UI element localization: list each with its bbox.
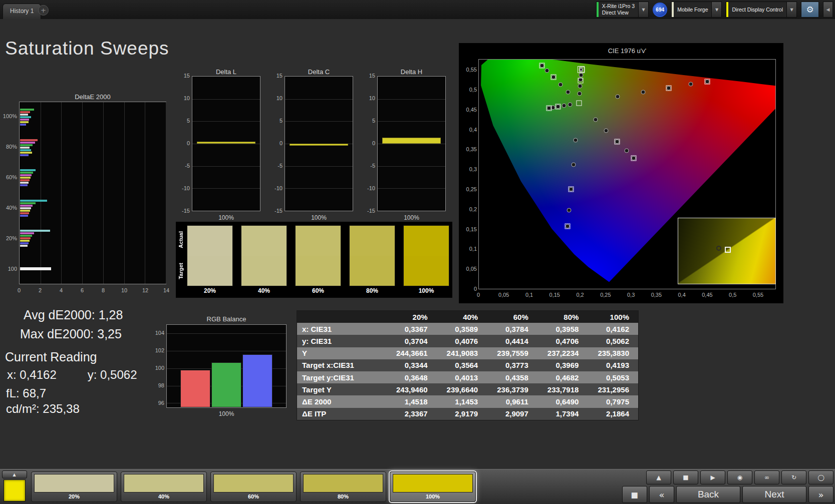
patch-label: 80% bbox=[303, 492, 383, 500]
y-tick-label: 100 bbox=[150, 365, 164, 371]
swatch-label: 40% bbox=[241, 286, 287, 296]
x-axis-label: 100% bbox=[192, 214, 260, 221]
patch-window-button[interactable]: ◼ bbox=[622, 486, 647, 503]
swatch-color bbox=[349, 225, 395, 286]
table-cell: 231,2956 bbox=[588, 385, 638, 394]
table-cell: 0,4193 bbox=[588, 361, 638, 369]
read-button[interactable]: ◉ bbox=[727, 470, 752, 484]
table-row: y: CIE310,37040,40760,44140,47060,5062 bbox=[297, 335, 638, 347]
table-cell: 0,4013 bbox=[437, 373, 487, 382]
y-tick-label: 100% bbox=[0, 113, 17, 119]
settings-button[interactable]: ⚙ bbox=[801, 2, 819, 18]
swatch-color bbox=[241, 225, 287, 286]
refresh-button[interactable]: ↻ bbox=[781, 470, 806, 484]
bar bbox=[20, 200, 47, 202]
loop-button[interactable]: ∞ bbox=[754, 470, 779, 484]
row-label: Target y:CIE31 bbox=[297, 373, 386, 382]
chevron-down-icon[interactable]: ▼ bbox=[786, 2, 796, 17]
patch-button[interactable]: 100% bbox=[390, 471, 476, 502]
column-header: 60% bbox=[487, 313, 537, 321]
table-cell: 0,4162 bbox=[588, 325, 638, 333]
table-row: Target Y243,9460239,6640236,3739233,7918… bbox=[297, 383, 638, 395]
patch-button[interactable]: 80% bbox=[300, 471, 386, 502]
delta-c-chart: Delta C 100% 151050-5-10-15 bbox=[269, 68, 356, 224]
gridline bbox=[378, 166, 445, 167]
play-button[interactable]: ▶ bbox=[700, 470, 725, 484]
y-tick-label: -15 bbox=[362, 208, 375, 214]
scroll-up-button[interactable]: ▲ bbox=[646, 470, 671, 484]
x-reading: x: 0,4162 bbox=[7, 368, 57, 381]
swatch-items: 20%40%60%80%100% bbox=[186, 222, 452, 298]
gridline bbox=[145, 102, 145, 284]
y-tick-label: -5 bbox=[269, 163, 283, 169]
table-header-row: 20%40%60%80%100% bbox=[297, 311, 638, 323]
column-header: 80% bbox=[537, 313, 588, 321]
bar bbox=[20, 245, 28, 247]
patch-button[interactable]: 60% bbox=[210, 471, 297, 502]
meter-selector[interactable]: X-Rite i1Pro 3 Direct View ▼ bbox=[596, 2, 649, 18]
table-cell: 235,3830 bbox=[588, 349, 638, 357]
display-control-selector[interactable]: Direct Display Control ▼ bbox=[726, 2, 797, 18]
row-label: Y bbox=[297, 349, 386, 357]
target-color bbox=[404, 256, 449, 286]
target-color bbox=[187, 256, 232, 286]
target-point bbox=[565, 223, 571, 229]
scroll-up-button[interactable]: ▲ bbox=[2, 470, 27, 478]
standby-button[interactable]: ◯ bbox=[808, 470, 833, 484]
collapse-panel-button[interactable]: ◀ bbox=[823, 2, 833, 18]
y-tick-label: 15 bbox=[362, 73, 375, 79]
add-tab-button[interactable]: + bbox=[38, 5, 49, 16]
history-tab[interactable]: History 1 bbox=[3, 4, 41, 19]
patch-button[interactable]: 20% bbox=[31, 471, 117, 502]
y-tick-label: 0,55 bbox=[460, 67, 477, 73]
chevron-left-icon: ◀ bbox=[826, 7, 830, 12]
next-skip-button[interactable]: » bbox=[808, 486, 833, 503]
chevron-down-icon[interactable]: ▼ bbox=[711, 2, 721, 17]
back-skip-button[interactable]: « bbox=[649, 486, 674, 503]
x-tick-label: 8 bbox=[98, 287, 108, 293]
measurement-point bbox=[559, 82, 563, 87]
swatch-compare-cell: 80% bbox=[349, 225, 395, 298]
bar bbox=[20, 169, 36, 171]
y-tick-label: 10 bbox=[269, 95, 283, 101]
y-tick-label: -15 bbox=[269, 208, 283, 214]
table-cell: 0,3704 bbox=[386, 337, 437, 345]
stop-button[interactable]: ■ bbox=[673, 470, 698, 484]
bar-group bbox=[20, 109, 165, 126]
target-point bbox=[631, 155, 636, 161]
y-tick-label: -10 bbox=[362, 185, 375, 191]
bar bbox=[20, 124, 26, 126]
y-tick-label: 96 bbox=[150, 400, 164, 406]
table-cell: 2,3367 bbox=[386, 409, 437, 418]
target-point bbox=[578, 78, 583, 83]
swatch-compare-cell: 20% bbox=[187, 225, 233, 298]
row-label: Target Y bbox=[297, 385, 386, 394]
y-tick-label: 60% bbox=[0, 174, 17, 180]
y-tick-label: -10 bbox=[177, 185, 190, 191]
swatch-row-labels: Actual Target bbox=[176, 222, 186, 298]
bar bbox=[20, 207, 31, 209]
source-selector[interactable]: Mobile Forge ▼ bbox=[671, 2, 722, 18]
y-tick-label: 5 bbox=[362, 118, 375, 124]
table-cell: 0,5062 bbox=[588, 337, 638, 345]
current-patch-color[interactable] bbox=[4, 479, 26, 501]
measurement-point bbox=[624, 149, 629, 153]
patch-button[interactable]: 40% bbox=[121, 471, 207, 502]
table-cell: 239,7559 bbox=[487, 349, 537, 357]
x-tick-label: 0,4 bbox=[675, 292, 689, 298]
table-cell: 0,4076 bbox=[437, 337, 487, 345]
table-cell: 0,4414 bbox=[487, 337, 537, 345]
y-reading: y: 0,5062 bbox=[88, 368, 137, 381]
chevron-down-icon[interactable]: ▼ bbox=[638, 2, 648, 17]
x-tick-label: 0,2 bbox=[573, 292, 587, 298]
next-button[interactable]: Next bbox=[742, 486, 806, 503]
deltae2000-plot bbox=[19, 102, 166, 284]
y-tick-label: 20% bbox=[0, 235, 17, 241]
bar bbox=[20, 232, 34, 234]
source-name: Mobile Forge bbox=[674, 2, 711, 17]
table-cell: 0,3958 bbox=[537, 325, 588, 333]
chevrons-right-icon: » bbox=[818, 489, 823, 500]
back-button[interactable]: Back bbox=[676, 486, 740, 503]
bar bbox=[20, 172, 33, 174]
x-tick-label: 0,55 bbox=[751, 292, 765, 298]
